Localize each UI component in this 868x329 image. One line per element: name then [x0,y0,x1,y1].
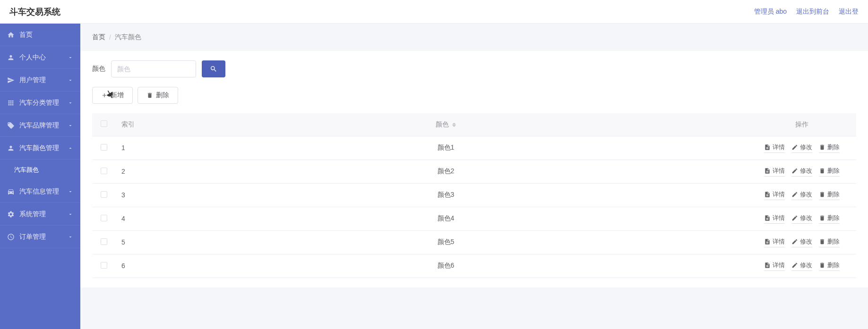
row-checkbox[interactable] [101,168,107,174]
sidebar-item[interactable]: 个人中心 [0,46,80,69]
cell-index: 5 [116,230,144,254]
delete-button[interactable]: 删除 [138,87,178,104]
delete-row-button[interactable]: 删除 [819,261,840,271]
cell-color: 颜色4 [144,207,748,230]
car-icon [7,188,15,195]
sidebar-sub-item[interactable]: 汽车颜色 [0,160,80,180]
add-button[interactable]: 新增 [92,87,133,104]
search-icon [210,65,217,73]
delete-row-button[interactable]: 删除 [819,190,840,200]
delete-row-button[interactable]: 删除 [819,167,840,177]
sidebar-item-label: 汽车颜色管理 [19,144,68,152]
app-title: 斗车交易系统 [9,6,60,17]
delete-button-label: 删除 [156,91,169,100]
edit-button[interactable]: 修改 [791,143,812,153]
chevron-down-icon [68,100,73,106]
tag-icon [7,122,15,129]
delete-row-button[interactable]: 删除 [819,214,840,224]
breadcrumb-separator: / [109,34,111,41]
add-button-label: 新增 [111,91,124,100]
row-checkbox[interactable] [101,191,107,198]
action-row: 新增 删除 [92,87,856,104]
trash-icon [146,92,153,99]
sidebar-item[interactable]: 汽车品牌管理 [0,114,80,137]
sidebar-item-label: 系统管理 [19,210,68,219]
select-all-checkbox[interactable] [101,120,107,127]
row-checkbox[interactable] [101,144,107,151]
sidebar-item[interactable]: 订单管理 [0,226,80,248]
sidebar-item[interactable]: 汽车信息管理 [0,180,80,203]
table-row: 6 颜色6 详情 修改 删除 [92,254,856,278]
cell-index: 2 [116,160,144,183]
cell-color: 颜色6 [144,254,748,278]
sidebar: 首页个人中心用户管理汽车分类管理汽车品牌管理汽车颜色管理汽车颜色汽车信息管理系统… [0,24,80,329]
cell-color: 颜色5 [144,230,748,254]
delete-row-button[interactable]: 删除 [819,143,840,153]
logout-link[interactable]: 退出登 [839,8,859,16]
cell-index: 4 [116,207,144,230]
cell-index: 3 [116,183,144,207]
plus-icon [101,92,108,99]
search-row: 颜色 [92,60,856,77]
detail-button[interactable]: 详情 [764,143,785,153]
chevron-down-icon [68,189,73,194]
chevron-down-icon [68,211,73,217]
user-icon [7,54,15,61]
logout-front-link[interactable]: 退出到前台 [796,8,829,16]
edit-icon [791,238,798,245]
row-checkbox[interactable] [101,238,107,245]
cell-color: 颜色2 [144,160,748,183]
delete-row-button[interactable]: 删除 [819,237,840,247]
sort-icon [452,123,456,127]
edit-icon [791,144,798,151]
data-table: 索引 颜色 操作 1 颜色1 详情 修改 删除 [92,113,856,278]
edit-icon [791,191,798,198]
user-icon [7,144,15,152]
clock-icon [7,233,15,241]
detail-button[interactable]: 详情 [764,190,785,200]
sidebar-item-label: 汽车品牌管理 [19,121,68,130]
doc-icon [764,191,771,198]
doc-icon [764,238,771,245]
edit-button[interactable]: 修改 [791,167,812,177]
search-input[interactable] [111,60,196,77]
trash-icon [819,144,825,151]
edit-icon [791,215,798,221]
table-header-row: 索引 颜色 操作 [92,113,856,136]
detail-button[interactable]: 详情 [764,237,785,247]
sidebar-item-label: 用户管理 [19,76,68,84]
breadcrumb: 首页 / 汽车颜色 [80,24,868,51]
sidebar-item[interactable]: 汽车颜色管理 [0,137,80,160]
header-color[interactable]: 颜色 [144,113,748,136]
search-button[interactable] [202,60,225,77]
sidebar-item-label: 首页 [19,31,73,39]
row-checkbox[interactable] [101,262,107,269]
grid-icon [7,99,15,107]
table-row: 2 颜色2 详情 修改 删除 [92,160,856,183]
breadcrumb-item[interactable]: 首页 [92,33,105,42]
edit-button[interactable]: 修改 [791,261,812,271]
search-label: 颜色 [92,65,105,73]
sidebar-item[interactable]: 系统管理 [0,203,80,226]
trash-icon [819,215,825,221]
settings-icon [7,211,15,218]
table-row: 3 颜色3 详情 修改 删除 [92,183,856,207]
chevron-down-icon [68,123,73,128]
breadcrumb-item: 汽车颜色 [115,33,141,42]
chevron-up-icon [68,145,73,151]
user-label[interactable]: 管理员 abo [754,8,787,16]
detail-button[interactable]: 详情 [764,214,785,224]
row-checkbox[interactable] [101,215,107,221]
edit-button[interactable]: 修改 [791,190,812,200]
sidebar-item[interactable]: 用户管理 [0,69,80,92]
sidebar-item[interactable]: 首页 [0,24,80,46]
detail-button[interactable]: 详情 [764,167,785,177]
edit-button[interactable]: 修改 [791,214,812,224]
edit-button[interactable]: 修改 [791,237,812,247]
header: 斗车交易系统 管理员 abo 退出到前台 退出登 [0,0,868,24]
detail-button[interactable]: 详情 [764,261,785,271]
doc-icon [764,144,771,151]
sidebar-item[interactable]: 汽车分类管理 [0,92,80,114]
doc-icon [764,215,771,221]
header-actions: 操作 [748,113,856,136]
